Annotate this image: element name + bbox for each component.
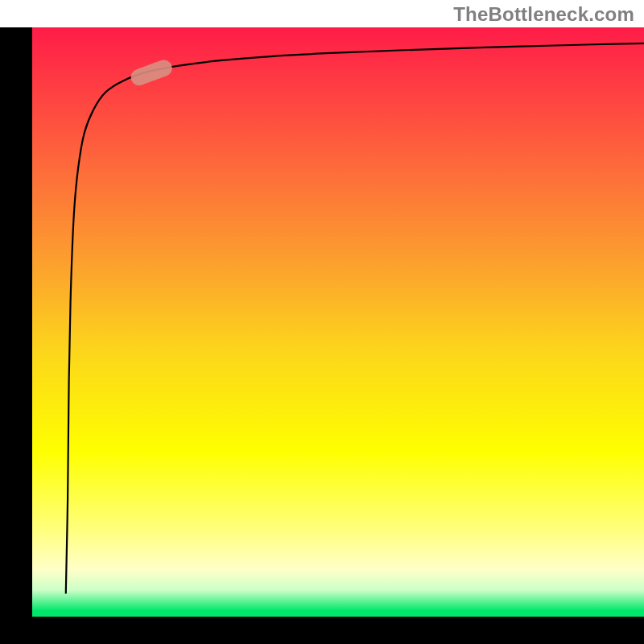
chart-svg xyxy=(0,0,644,644)
plot-background xyxy=(32,27,644,617)
chart-frame: TheBottleneck.com xyxy=(0,0,644,644)
x-axis xyxy=(0,617,644,644)
y-axis xyxy=(0,27,32,644)
